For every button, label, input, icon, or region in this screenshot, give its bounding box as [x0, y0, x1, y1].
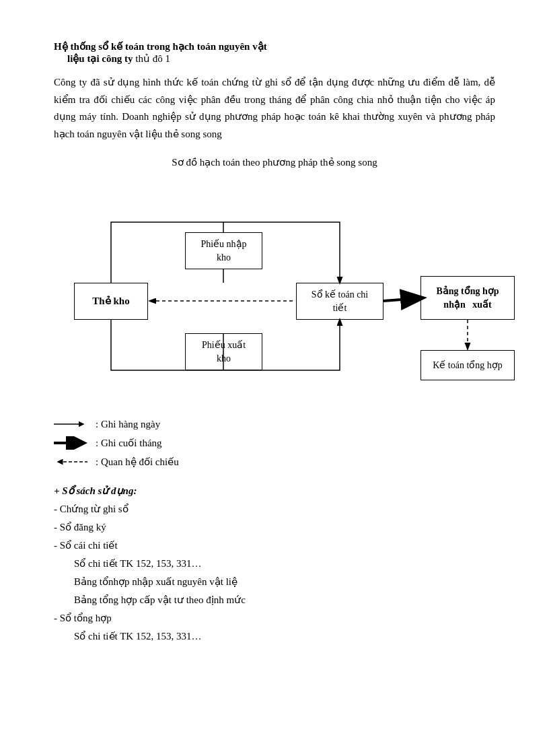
page-title-line1: Hệ thống sổ kế toán trong hạch toán nguy…	[54, 40, 495, 53]
list-item-2: - Sổ đăng ký	[54, 518, 495, 537]
list-item-5: Bảng tổnhợp nhập xuất nguyên vật liệ	[74, 573, 495, 591]
box-phieu-xuat: Phiếu xuấtkho	[185, 333, 262, 370]
list-section: + Sổ sách sử dụng: - Chứng từ ghi sổ - S…	[54, 482, 495, 646]
legend-item-dashed: : Quan hệ đối chiếu	[54, 455, 495, 469]
diagram-title: Sơ đồ hạch toán theo phương pháp thẻ son…	[54, 156, 495, 168]
list-item-1: - Chứng từ ghi sổ	[54, 500, 495, 518]
box-so-ke-toan: Sổ kế toán chitiết	[296, 283, 383, 320]
box-ke-toan-tong-hop: Kế toán tổng hợp	[420, 350, 515, 380]
legend-arrow-thin	[54, 417, 87, 431]
box-bang-tong-hop: Bảng tổng hợpnhận xuất	[420, 276, 515, 320]
list-header-text: + Sổ sách sử dụng:	[54, 485, 137, 496]
list-item-3: - Sổ cái chi tiết	[54, 537, 495, 555]
list-item-8: Sổ chi tiết TK 152, 153, 331…	[74, 627, 495, 646]
legend-item-thick: : Ghi cuối tháng	[54, 436, 495, 450]
legend-label-thick: : Ghi cuối tháng	[96, 437, 162, 449]
body-paragraph: Công ty đã sử dụng hình thức kế toán chứ…	[54, 74, 495, 143]
list-header: + Sổ sách sử dụng:	[54, 482, 495, 500]
thick-arrow-icon	[54, 436, 87, 450]
box-the-kho: Thẻ kho	[74, 283, 148, 320]
thin-arrow-icon	[54, 417, 87, 431]
dashed-arrow-icon	[54, 455, 87, 469]
diagram: Thẻ kho Phiếu nhậpkho Phiếu xuấtkho Sổ k…	[54, 188, 495, 397]
legend-label-dashed: : Quan hệ đối chiếu	[96, 456, 179, 468]
list-item-6: Bảng tổng hợp cấp vật tư theo định mức	[74, 591, 495, 609]
svg-line-3	[383, 298, 419, 301]
legend-arrow-thick	[54, 436, 87, 450]
legend: : Ghi hàng ngày : Ghi cuối tháng	[54, 417, 495, 469]
legend-label-thin: : Ghi hàng ngày	[96, 419, 160, 430]
box-phieu-nhap: Phiếu nhậpkho	[185, 232, 262, 269]
legend-arrow-dashed	[54, 455, 87, 469]
legend-item-thin: : Ghi hàng ngày	[54, 417, 495, 431]
list-item-4: Sổ chi tiết TK 152, 153, 331…	[74, 555, 495, 573]
list-item-7: - Sổ tổng hợp	[54, 609, 495, 627]
page-title-line2: liệu tại công ty	[67, 53, 133, 64]
page-title-line2-normal: thủ đô 1	[133, 53, 170, 64]
